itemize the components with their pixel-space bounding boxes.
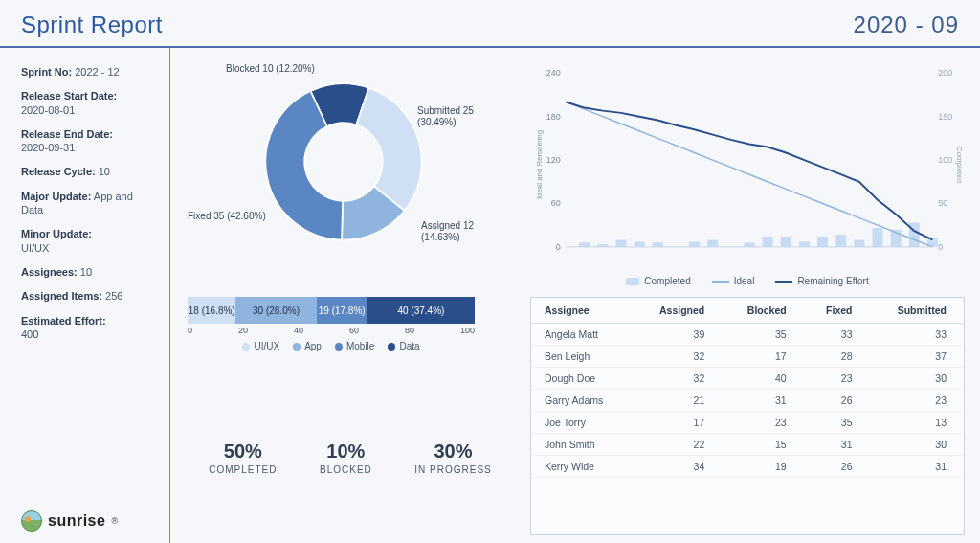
- svg-text:Ideal and Remaining: Ideal and Remaining: [535, 130, 544, 199]
- svg-rect-23: [817, 237, 828, 247]
- stacked-seg-ui/ux: 18 (16.8%): [188, 297, 235, 324]
- svg-rect-21: [781, 237, 791, 247]
- table-row: Kerry Wide34192631: [531, 456, 964, 478]
- svg-rect-20: [763, 237, 773, 247]
- brand-name: sunrise: [48, 512, 105, 530]
- svg-rect-25: [854, 240, 864, 247]
- sprint-meta: Sprint No: 2022 - 12 Release Start Date:…: [21, 65, 156, 351]
- svg-text:240: 240: [546, 68, 561, 78]
- main-content: Blocked 10 (12.20%) Submitted 25 (30.49%…: [170, 48, 980, 543]
- svg-rect-18: [707, 240, 718, 247]
- svg-rect-16: [653, 242, 663, 247]
- meta-release-cycle: Release Cycle: 10: [21, 165, 156, 178]
- svg-rect-19: [745, 242, 755, 247]
- svg-text:200: 200: [938, 68, 952, 78]
- svg-rect-28: [909, 222, 920, 246]
- header: Sprint Report 2020 - 09: [0, 0, 980, 48]
- donut-label-blocked: Blocked 10 (12.20%): [226, 63, 315, 75]
- page-title: Sprint Report: [21, 11, 163, 38]
- stacked-axis: 020406080100: [188, 326, 475, 335]
- meta-major-update: Major Update: App and Data: [21, 190, 156, 217]
- svg-text:180: 180: [546, 112, 561, 122]
- svg-text:120: 120: [546, 155, 561, 165]
- svg-rect-26: [873, 228, 883, 247]
- svg-text:50: 50: [938, 198, 947, 208]
- svg-rect-14: [615, 240, 626, 247]
- stacked-legend: UI/UXAppMobileData: [188, 341, 475, 351]
- stacked-bar-chart: 18 (16.8%)30 (28.0%)19 (17.8%)40 (37.4%)…: [188, 297, 513, 372]
- svg-rect-24: [835, 235, 846, 247]
- svg-text:0: 0: [938, 242, 943, 252]
- burndown-legend: Completed Ideal Remaining Effort: [530, 276, 965, 286]
- meta-end-date: Release End Date:2020-09-31: [21, 127, 156, 155]
- stacked-seg-data: 40 (37.4%): [368, 297, 475, 324]
- meta-estimated-effort: Estimated Effort:400: [21, 314, 156, 342]
- table-header-row: AssigneeAssignedBlockedFixedSubmitted: [531, 298, 964, 324]
- meta-assignees: Assignees: 10: [21, 265, 156, 279]
- donut-label-submitted: Submitted 25 (30.49%): [417, 105, 513, 128]
- sunrise-icon: [21, 510, 42, 532]
- brand-logo: sunrise®: [21, 510, 156, 532]
- meta-sprint-no: Sprint No: 2022 - 12: [21, 65, 156, 79]
- meta-minor-update: Minor Update:UI/UX: [21, 227, 156, 255]
- table-row: Joe Torry17233513: [531, 412, 964, 434]
- donut-svg: [262, 80, 425, 243]
- svg-text:60: 60: [551, 198, 561, 208]
- table-row: Garry Adams21312623: [531, 390, 964, 412]
- summary-stats: 50% COMPLETED 10% BLOCKED 30% IN PROGRES…: [188, 379, 513, 535]
- table-row: Angela Matt39353333: [531, 324, 964, 346]
- meta-start-date: Release Start Date:2020-08-01: [21, 89, 156, 117]
- meta-assigned-items: Assigned Items: 256: [21, 289, 156, 303]
- stat-blocked: 10% BLOCKED: [320, 441, 372, 475]
- table-row: Dough Doe32402330: [531, 368, 964, 390]
- burndown-svg: 060120180240050100150200Ideal and Remain…: [530, 59, 965, 270]
- svg-text:150: 150: [938, 112, 952, 122]
- table-body: Angela Matt39353333Ben Leigh32172837Doug…: [531, 324, 964, 478]
- stacked-seg-app: 30 (28.0%): [235, 297, 316, 324]
- table-row: John Smith22153130: [531, 434, 964, 456]
- svg-text:0: 0: [556, 242, 561, 252]
- svg-text:100: 100: [938, 155, 952, 165]
- burndown-chart: 060120180240050100150200Ideal and Remain…: [530, 59, 965, 289]
- stacked-seg-mobile: 19 (17.8%): [317, 297, 368, 324]
- assignee-table: AssigneeAssignedBlockedFixedSubmitted An…: [530, 297, 965, 535]
- donut-label-fixed: Fixed 35 (42.68%): [188, 211, 266, 222]
- stat-completed: 50% COMPLETED: [209, 441, 277, 475]
- svg-rect-12: [579, 242, 590, 247]
- report-period: 2020 - 09: [854, 11, 959, 38]
- sidebar: Sprint No: 2022 - 12 Release Start Date:…: [0, 48, 170, 543]
- svg-rect-17: [689, 241, 700, 246]
- donut-label-assigned: Assigned 12 (14.63%): [421, 220, 513, 243]
- svg-rect-15: [635, 241, 645, 246]
- donut-chart: Blocked 10 (12.20%) Submitted 25 (30.49%…: [188, 59, 513, 289]
- svg-text:Completed: Completed: [955, 147, 964, 183]
- table-row: Ben Leigh32172837: [531, 346, 964, 368]
- stacked-bar: 18 (16.8%)30 (28.0%)19 (17.8%)40 (37.4%): [188, 297, 475, 324]
- svg-rect-22: [799, 241, 810, 246]
- stat-in-progress: 30% IN PROGRESS: [414, 441, 491, 475]
